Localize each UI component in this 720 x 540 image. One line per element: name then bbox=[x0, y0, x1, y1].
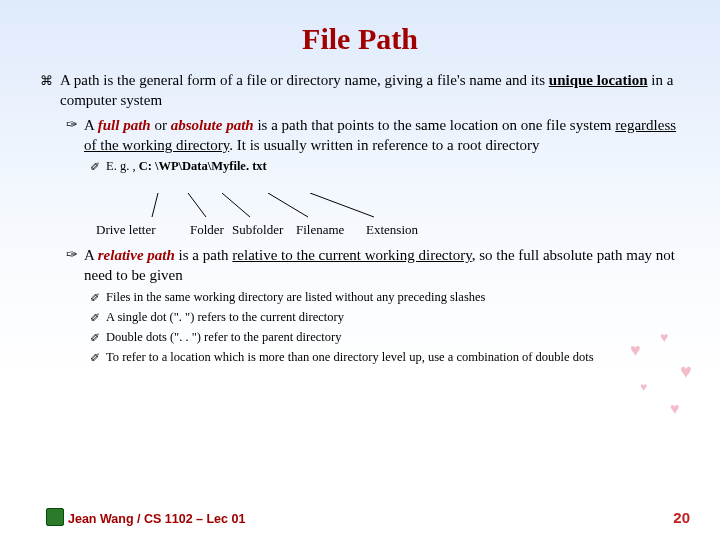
t: Files in the same working directory are … bbox=[106, 289, 485, 306]
bullet-fullpath: ✑ A full path or absolute path is a path… bbox=[66, 115, 680, 156]
note-item: ✐Double dots (". . ") refer to the paren… bbox=[90, 329, 680, 346]
example-line: ✐ E. g. , C: \WP\Data\Myfile. txt bbox=[90, 158, 680, 175]
note-item: ✐To refer to a location which is more th… bbox=[90, 349, 680, 366]
lbl-drive: Drive letter bbox=[96, 221, 156, 239]
bullet-icon: ✑ bbox=[66, 115, 84, 156]
bullet-icon: ✑ bbox=[66, 245, 84, 286]
diagram-arrows bbox=[150, 193, 410, 223]
t: To refer to a location which is more tha… bbox=[106, 349, 594, 366]
decorative-hearts: ♥ ♥ ♥ ♥ ♥ bbox=[620, 330, 710, 450]
t: relative path bbox=[98, 247, 175, 263]
t: A path is the general form of a file or … bbox=[60, 72, 549, 88]
bullet-icon: ✐ bbox=[90, 289, 106, 306]
t: A bbox=[84, 117, 98, 133]
note-item: ✐A single dot (". ") refers to the curre… bbox=[90, 309, 680, 326]
bullet-icon: ✐ bbox=[90, 329, 106, 346]
t: relative to the current working director… bbox=[232, 247, 471, 263]
slide-body: ⌘ A path is the general form of a file o… bbox=[0, 70, 720, 366]
svg-line-1 bbox=[188, 193, 206, 217]
t: or bbox=[151, 117, 171, 133]
t: Double dots (". . ") refer to the parent… bbox=[106, 329, 341, 346]
example-path: C: \WP\Data\Myfile. txt bbox=[139, 159, 267, 173]
bullet-main: ⌘ A path is the general form of a file o… bbox=[40, 70, 680, 111]
t: full path bbox=[98, 117, 151, 133]
bullet-relpath: ✑ A relative path is a path relative to … bbox=[66, 245, 680, 286]
slide-title: File Path bbox=[0, 0, 720, 70]
t: A bbox=[84, 247, 98, 263]
svg-line-2 bbox=[222, 193, 250, 217]
path-diagram: Drive letter Folder Subfolder Filename E… bbox=[112, 179, 680, 241]
t: A relative path is a path relative to th… bbox=[84, 245, 680, 286]
logo-icon bbox=[46, 508, 64, 526]
lbl-subfolder: Subfolder bbox=[232, 221, 283, 239]
lbl-extension: Extension bbox=[366, 221, 418, 239]
t: is a path that points to the same locati… bbox=[254, 117, 616, 133]
bullet-icon: ⌘ bbox=[40, 70, 60, 111]
svg-line-0 bbox=[152, 193, 158, 217]
lbl-folder: Folder bbox=[190, 221, 224, 239]
t: absolute path bbox=[171, 117, 254, 133]
svg-line-3 bbox=[268, 193, 308, 217]
bullet-icon: ✐ bbox=[90, 309, 106, 326]
bullet-icon: ✐ bbox=[90, 349, 106, 366]
t: unique location bbox=[549, 72, 648, 88]
t: A full path or absolute path is a path t… bbox=[84, 115, 680, 156]
footer-text: Jean Wang / CS 1102 – Lec 01 bbox=[68, 512, 245, 526]
t: A single dot (". ") refers to the curren… bbox=[106, 309, 344, 326]
t: is a path bbox=[175, 247, 233, 263]
bullet-icon: ✐ bbox=[90, 158, 106, 175]
note-item: ✐Files in the same working directory are… bbox=[90, 289, 680, 306]
slide-footer: Jean Wang / CS 1102 – Lec 01 20 bbox=[46, 508, 690, 526]
t: . It is usually written in reference to … bbox=[229, 137, 539, 153]
t: E. g. , bbox=[106, 159, 139, 173]
svg-line-4 bbox=[310, 193, 374, 217]
page-number: 20 bbox=[673, 509, 690, 526]
example-text: E. g. , C: \WP\Data\Myfile. txt bbox=[106, 158, 267, 175]
bullet-main-text: A path is the general form of a file or … bbox=[60, 70, 680, 111]
lbl-filename: Filename bbox=[296, 221, 344, 239]
